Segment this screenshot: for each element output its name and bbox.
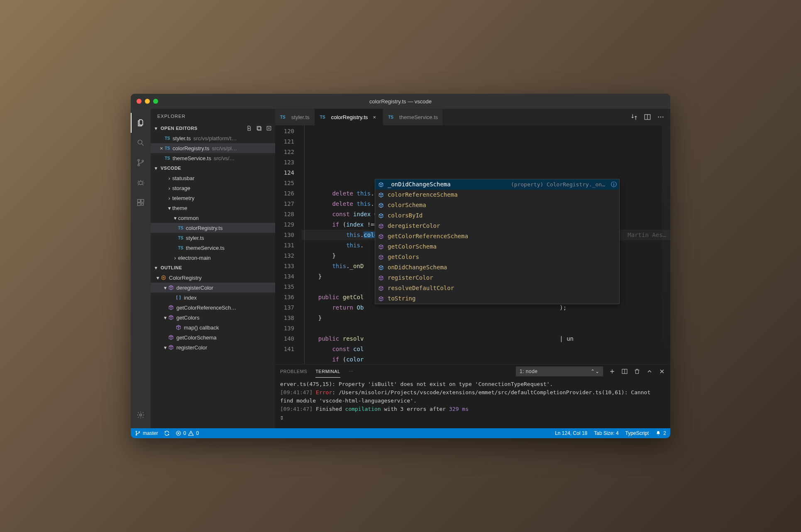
- suggest-item[interactable]: colorSchema: [375, 200, 619, 210]
- suggest-item[interactable]: getColors: [375, 252, 619, 262]
- close-all-icon[interactable]: [265, 124, 273, 132]
- close-window-button[interactable]: [137, 99, 142, 104]
- file-path: src/vs/platform/t…: [193, 135, 237, 142]
- code-line[interactable]: }: [302, 313, 670, 323]
- panel-more-icon[interactable]: ⋯: [349, 369, 354, 374]
- close-tab-icon[interactable]: ×: [371, 114, 378, 120]
- open-editors-header[interactable]: ▾ OPEN EDITORS: [151, 123, 275, 133]
- maximize-panel-icon[interactable]: [646, 368, 653, 375]
- code-line[interactable]: const col: [302, 344, 670, 354]
- minimize-window-button[interactable]: [145, 99, 150, 104]
- suggest-item[interactable]: toString: [375, 293, 619, 304]
- panel-tab-problems[interactable]: PROBLEMS: [280, 366, 307, 377]
- suggest-item[interactable]: colorReferenceSchema: [375, 190, 619, 200]
- file-item[interactable]: TScolorRegistry.ts: [151, 223, 275, 233]
- code-line[interactable]: public resolv | un: [302, 334, 670, 344]
- activity-search[interactable]: [131, 133, 151, 153]
- activity-extensions[interactable]: [131, 193, 151, 212]
- outline-item[interactable]: map() callback: [151, 322, 275, 332]
- chevron-right-icon: ›: [172, 255, 178, 261]
- outline-item-label: getColorSchema: [176, 334, 217, 341]
- code-editor[interactable]: 1201211221231241251261271281291301311321…: [275, 125, 670, 364]
- code-line[interactable]: if (color: [302, 354, 670, 364]
- typescript-icon: TS: [165, 156, 170, 161]
- workspace-tree: ›statusbar›storage›telemetry▾theme▾commo…: [151, 173, 275, 263]
- svg-rect-8: [142, 203, 144, 205]
- suggest-label: deregisterColor: [388, 221, 440, 231]
- compare-changes-icon[interactable]: [630, 113, 638, 121]
- open-editor-item[interactable]: TSthemeService.tssrc/vs/…: [151, 153, 275, 163]
- suggest-item[interactable]: getColorReferenceSchema: [375, 231, 619, 242]
- folder-item[interactable]: ▾common: [151, 213, 275, 223]
- split-editor-icon[interactable]: [644, 113, 651, 121]
- suggest-label: registerColor: [388, 273, 433, 283]
- status-cursor[interactable]: Ln 124, Col 18: [555, 430, 587, 436]
- typescript-icon: TS: [178, 246, 183, 250]
- activity-settings[interactable]: [131, 405, 151, 425]
- suggest-label: getColorSchema: [388, 242, 437, 252]
- more-actions-icon[interactable]: [657, 113, 664, 121]
- terminal-selector[interactable]: 1: node ⌃⌄: [516, 366, 603, 376]
- branch-name: master: [143, 430, 158, 436]
- folder-item[interactable]: ›electron-main: [151, 253, 275, 263]
- save-all-icon[interactable]: [255, 124, 263, 132]
- open-editor-item[interactable]: ×TScolorRegistry.tssrc/vs/pl…: [151, 143, 275, 153]
- activity-debug[interactable]: [131, 173, 151, 193]
- outline-item[interactable]: getColorReferenceSch…: [151, 303, 275, 312]
- editor-tab[interactable]: TSthemeService.ts: [383, 109, 443, 125]
- close-panel-icon[interactable]: [659, 368, 665, 375]
- workspace-label: VSCODE: [161, 166, 181, 171]
- close-icon[interactable]: ×: [158, 145, 165, 151]
- folder-item[interactable]: ›statusbar: [151, 173, 275, 183]
- suggest-item[interactable]: deregisterColor: [375, 221, 619, 231]
- folder-item[interactable]: ›telemetry: [151, 193, 275, 203]
- outline-item[interactable]: ▾deregisterColor: [151, 283, 275, 293]
- open-editor-item[interactable]: TSstyler.tssrc/vs/platform/t…: [151, 133, 275, 143]
- suggest-item[interactable]: resolveDefaultColor: [375, 283, 619, 293]
- tree-item-label: styler.ts: [186, 235, 204, 241]
- chevron-right-icon: ›: [166, 195, 172, 201]
- new-terminal-icon[interactable]: [609, 368, 615, 375]
- file-item[interactable]: TSthemeService.ts: [151, 243, 275, 253]
- tree-item-label: statusbar: [172, 175, 194, 181]
- outline-item[interactable]: ▾registerColor: [151, 342, 275, 352]
- chevron-right-icon: ›: [166, 185, 172, 191]
- suggest-item[interactable]: registerColor: [375, 273, 619, 283]
- suggest-widget[interactable]: _onDidChangeSchema(property) ColorRegist…: [375, 179, 620, 304]
- folder-item[interactable]: ›storage: [151, 183, 275, 193]
- code-line[interactable]: [302, 323, 670, 334]
- code-area[interactable]: _onDidChangeSchema(property) ColorRegist…: [302, 125, 670, 364]
- status-problems[interactable]: 0 0: [176, 430, 199, 436]
- workspace-header[interactable]: ▾ VSCODE: [151, 163, 275, 173]
- editor-tab[interactable]: TScolorRegistry.ts×: [315, 109, 383, 125]
- kill-terminal-icon[interactable]: [634, 368, 640, 375]
- outline-item[interactable]: ▾getColors: [151, 312, 275, 322]
- new-file-icon[interactable]: [245, 124, 253, 132]
- editor-tab[interactable]: TSstyler.ts: [275, 109, 315, 125]
- svg-point-21: [139, 432, 139, 432]
- outline-item[interactable]: index: [151, 293, 275, 303]
- folder-item[interactable]: ▾theme: [151, 203, 275, 213]
- activity-explorer[interactable]: [131, 113, 151, 133]
- status-branch[interactable]: master: [135, 430, 158, 436]
- tree-item-label: electron-main: [178, 255, 211, 261]
- status-tab-size[interactable]: Tab Size: 4: [594, 430, 618, 436]
- status-sync[interactable]: [164, 430, 170, 436]
- outline-item[interactable]: getColorSchema: [151, 332, 275, 342]
- outline-header[interactable]: ▾ OUTLINE: [151, 263, 275, 273]
- activity-source-control[interactable]: [131, 153, 151, 173]
- outline-item[interactable]: ▾ColorRegistry: [151, 273, 275, 283]
- typescript-icon: TS: [178, 236, 183, 240]
- suggest-item[interactable]: onDidChangeSchema: [375, 262, 619, 273]
- status-notifications[interactable]: 2: [655, 430, 666, 436]
- status-language[interactable]: TypeScript: [625, 430, 649, 436]
- split-terminal-icon[interactable]: [621, 368, 628, 375]
- suggest-item[interactable]: colorsById: [375, 210, 619, 221]
- file-item[interactable]: TSstyler.ts: [151, 233, 275, 243]
- terminal-output[interactable]: erver.ts(475,15): Property 'isBuilt' doe…: [275, 378, 670, 428]
- maximize-window-button[interactable]: [153, 99, 158, 104]
- suggest-item[interactable]: _onDidChangeSchema(property) ColorRegist…: [375, 179, 619, 190]
- panel-tab-terminal[interactable]: TERMINAL: [315, 366, 340, 378]
- info-icon[interactable]: ⓘ: [611, 179, 617, 190]
- suggest-item[interactable]: getColorSchema: [375, 242, 619, 252]
